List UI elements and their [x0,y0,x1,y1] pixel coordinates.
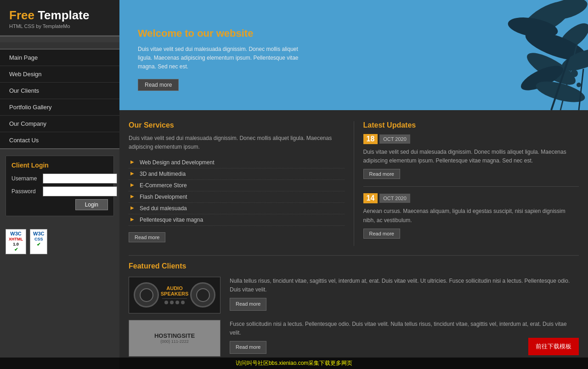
update-body-2: Aenean cursus. Maecenas aliquam, ligula … [363,207,579,224]
update-read-more-1[interactable]: Read more [363,169,400,179]
nav-section: Main Page Web Design Our Clients Portfol… [0,49,119,149]
main-content: Welcome to our website Duis vitae velit … [119,0,588,369]
service-item-1: Web Design and Development [129,157,345,168]
speaker-graphic: AUDIO SPEAKERS [129,277,220,313]
username-input[interactable] [43,173,117,184]
badges-area: W3C XHTML 1.0 ✔ W3C CSS ✔ [6,229,114,254]
update-day-1: 18 [363,134,378,144]
password-input[interactable] [43,186,117,196]
sidebar: Free Template HTML CSS by TemplateMo Mai… [0,0,119,369]
featured-read-more-1[interactable]: Read more [230,298,266,311]
update-date-1: 18 OCT 2020 [363,134,579,144]
password-row: Password [11,186,108,196]
updates-title: Latest Updates [363,121,579,129]
svg-point-8 [577,83,581,87]
services-read-more[interactable]: Read more [129,232,165,242]
update-body-1: Duis vitae velit sed dui malesuada digni… [363,148,579,165]
logo-free: Free [9,8,34,22]
featured-img-2: HOSTINGSITE (000) 111-2222 [129,320,220,357]
services-list: Web Design and Development 3D and Multim… [129,157,345,226]
speaker-left [134,282,159,308]
sidebar-item-main-page[interactable]: Main Page [0,50,119,66]
watermark: 访问叫号社区bbs.xieniao.com采集下载更多网页 [0,358,588,369]
featured-desc-1: Nulla tellus risus, tincidunt vitae, sag… [230,277,579,294]
two-col-section: Our Services Duis vitae velit sed dui ma… [119,110,588,251]
featured-img-1: AUDIO SPEAKERS [129,277,220,313]
login-button[interactable]: Login [75,199,108,210]
sidebar-divider [0,37,119,42]
logo-text: Free Template [9,8,110,22]
sidebar-item-web-design[interactable]: Web Design [0,66,119,83]
service-item-5: Sed dui malesuada [129,203,345,214]
update-read-more-2[interactable]: Read more [363,229,400,239]
logo-sub: HTML CSS by TemplateMo [9,23,110,29]
download-button[interactable]: 前往下载模板 [528,338,579,355]
featured-section: Featured Clients AUDIO SPEAKERS [119,251,588,369]
client-login-title: Client Login [11,162,108,169]
speaker-brand-title: AUDIO SPEAKERS [159,285,190,296]
logo-area: Free Template HTML CSS by TemplateMo [0,0,119,37]
speaker-right [190,282,215,308]
services-column: Our Services Duis vitae velit sed dui ma… [129,121,354,246]
featured-row-2: HOSTINGSITE (000) 111-2222 Fusce sollici… [129,320,579,357]
update-date-2: 14 OCT 2020 [363,193,579,203]
hero-body: Duis vitae velit sed dui malesuada digni… [138,45,312,72]
hero-decoration [413,0,588,110]
featured-text-2: Fusce sollicitudin nisi a lectus. Pellen… [230,320,579,357]
services-title: Our Services [129,121,345,129]
sidebar-item-our-company[interactable]: Our Company [0,116,119,132]
speaker-inner-right [196,288,210,302]
sidebar-item-contact-us[interactable]: Contact Us [0,132,119,148]
update-entry-2: 14 OCT 2020 Aenean cursus. Maecenas aliq… [363,193,579,238]
password-label: Password [11,188,43,195]
client-login-panel: Client Login Username Password Login [6,156,114,216]
service-item-6: Pellentesque vitae magna [129,214,345,226]
login-btn-row: Login [11,199,108,210]
featured-title: Featured Clients [129,255,579,270]
hero-content: Welcome to our website Duis vitae velit … [138,28,312,91]
hosting-name: HOSTINGSITE [154,332,195,339]
updates-column: Latest Updates 18 OCT 2020 Duis vitae ve… [354,121,579,246]
service-item-4: Flash Development [129,191,345,203]
sidebar-item-our-clients[interactable]: Our Clients [0,83,119,99]
hero-read-more[interactable]: Read more [138,79,179,91]
update-day-2: 14 [363,193,378,203]
service-item-2: 3D and Multimedia [129,168,345,180]
svg-line-15 [579,69,583,110]
services-desc: Duis vitae velit sed dui malesuada digni… [129,134,345,151]
sidebar-item-portfolio-gallery[interactable]: Portfolio Gallery [0,99,119,116]
w3c-css-badge: W3C CSS ✔ [30,229,47,254]
featured-read-more-2[interactable]: Read more [230,341,266,354]
featured-text-1: Nulla tellus risus, tincidunt vitae, sag… [230,277,579,313]
update-month-1: OCT 2020 [379,134,410,144]
update-divider [363,186,579,187]
username-row: Username [11,173,108,184]
hero-title: Welcome to our website [138,28,312,39]
hero-banner: Welcome to our website Duis vitae velit … [119,0,588,110]
logo-template: Template [34,8,89,22]
speaker-inner-left [140,288,153,302]
service-item-3: E-Commerce Store [129,180,345,191]
featured-desc-2: Fusce sollicitudin nisi a lectus. Pellen… [230,320,579,337]
update-month-2: OCT 2020 [379,194,410,203]
w3c-xhtml-badge: W3C XHTML 1.0 ✔ [6,229,26,254]
update-entry-1: 18 OCT 2020 Duis vitae velit sed dui mal… [363,134,579,179]
hosting-graphic: HOSTINGSITE (000) 111-2222 [129,320,220,356]
featured-row-1: AUDIO SPEAKERS Nulla tel [129,277,579,313]
username-label: Username [11,175,43,182]
